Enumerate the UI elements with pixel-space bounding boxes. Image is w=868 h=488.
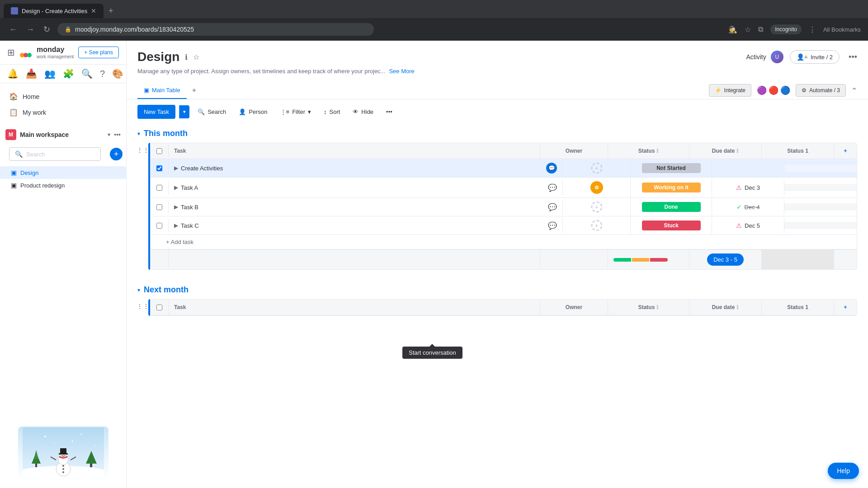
board-item-design[interactable]: ▣ Design: [0, 166, 126, 179]
tab-main-table[interactable]: ▣ Main Table: [137, 82, 187, 99]
menu-icon[interactable]: ⋮: [809, 25, 816, 34]
reload-button[interactable]: ↻: [42, 23, 52, 36]
new-task-button[interactable]: New Task: [137, 105, 175, 119]
invite-button[interactable]: 👤+ Invite / 2: [790, 50, 840, 64]
workspace-header[interactable]: M Main workspace ▾ •••: [0, 126, 126, 144]
help-button[interactable]: Help: [828, 463, 859, 479]
status-cell-task-a[interactable]: Working on it: [631, 179, 712, 196]
row-checkbox-task-b[interactable]: [156, 204, 162, 210]
see-plans-button[interactable]: + See plans: [78, 47, 119, 58]
notification-icon[interactable]: 🔔: [7, 68, 19, 79]
duedate-info-icon[interactable]: ℹ: [736, 148, 739, 154]
browser-tab[interactable]: Design - Create Activities ✕: [4, 4, 104, 18]
people-icon[interactable]: 👥: [44, 68, 56, 79]
search-button[interactable]: 🔍 Search: [193, 106, 231, 118]
status-cell-create-activities[interactable]: Not Started: [631, 160, 712, 177]
person-icon: 👤: [239, 108, 246, 115]
task-column-label: Task: [174, 148, 186, 154]
filter-button[interactable]: ⋮≡ Filter ▾: [276, 106, 316, 118]
star-icon[interactable]: ☆: [193, 53, 199, 61]
row-expand-icon-a[interactable]: ▶: [174, 184, 178, 191]
back-button[interactable]: ←: [7, 23, 19, 36]
add-update-icon-c[interactable]: 💬: [548, 221, 557, 230]
column-add-button[interactable]: +: [834, 143, 857, 159]
my-work-label: My work: [23, 109, 46, 116]
task-cell-create-activities: ▶ Create Activities 💬: [169, 159, 563, 177]
conversation-icon[interactable]: 💬: [546, 163, 557, 174]
workspace-icon: M: [5, 129, 16, 140]
group-toggle-next-month[interactable]: ▾: [137, 287, 140, 293]
start-conversation-tooltip: Start conversation: [402, 347, 462, 359]
next-month-select-all[interactable]: [156, 305, 162, 310]
next-month-col-add[interactable]: +: [834, 300, 857, 315]
address-bar[interactable]: 🔒 moodjoy.monday.com/boards/1830420525: [57, 23, 374, 36]
group-next-month-dots-icon[interactable]: ⋮⋮: [137, 303, 149, 310]
apps-grid-icon[interactable]: ⊞: [7, 47, 15, 58]
sidebar-search-bar[interactable]: 🔍 Search: [9, 147, 101, 161]
new-task-dropdown-button[interactable]: ▾: [179, 105, 189, 118]
extension-icon[interactable]: ⧉: [758, 25, 763, 33]
row-checkbox-create-activities[interactable]: [156, 165, 162, 171]
row-checkbox-task-c[interactable]: [156, 223, 162, 229]
column-status: Status ℹ: [608, 143, 689, 159]
sort-button[interactable]: ↕ Sort: [319, 106, 344, 118]
status1-cell-task-b: [784, 203, 857, 211]
more-options-icon[interactable]: •••: [849, 52, 857, 62]
svg-point-26: [71, 441, 73, 442]
group-title-next-month[interactable]: Next month: [144, 285, 189, 295]
row-expand-icon-c[interactable]: ▶: [174, 222, 178, 229]
status-badge-stuck: Stuck: [642, 221, 701, 230]
collapse-icon[interactable]: ⌃: [851, 86, 857, 95]
search-icon[interactable]: 🔍: [81, 68, 93, 79]
workspace-dots-icon[interactable]: •••: [114, 131, 121, 138]
select-all-checkbox[interactable]: [156, 148, 162, 154]
integrate-button[interactable]: ⚡ Integrate: [709, 84, 751, 97]
sidebar-item-home[interactable]: 🏠 Home: [4, 89, 123, 104]
help-icon[interactable]: ?: [100, 69, 105, 79]
next-month-status-info-icon[interactable]: ℹ: [656, 304, 659, 310]
sort-label: Sort: [330, 108, 340, 115]
group-dots-icon[interactable]: ⋮⋮: [137, 146, 149, 154]
see-more-link[interactable]: See More: [389, 68, 414, 75]
more-toolbar-button[interactable]: •••: [382, 106, 397, 118]
sidebar-item-my-work[interactable]: 📋 My work: [4, 104, 123, 120]
group-title-this-month[interactable]: This month: [144, 129, 188, 138]
page-title: Design: [137, 50, 179, 64]
add-update-icon-b[interactable]: 💬: [548, 203, 557, 211]
board-icon-design: ▣: [11, 169, 17, 176]
done-icon-b: ✓: [736, 203, 742, 211]
tab-add-button[interactable]: +: [189, 82, 200, 99]
inbox-icon[interactable]: 📥: [26, 68, 37, 79]
add-person-icon[interactable]: +: [591, 163, 602, 174]
new-tab-button[interactable]: +: [104, 4, 118, 18]
info-icon[interactable]: ℹ: [185, 53, 188, 61]
next-month-duedate-info-icon[interactable]: ℹ: [736, 304, 739, 310]
column-owner: Owner: [540, 143, 608, 159]
status-info-icon[interactable]: ℹ: [656, 148, 659, 154]
apps-icon[interactable]: 🧩: [63, 68, 74, 79]
add-person-icon-c[interactable]: +: [591, 220, 602, 231]
forward-button[interactable]: →: [24, 23, 36, 36]
palette-icon[interactable]: 🎨: [112, 68, 123, 79]
hide-button[interactable]: 👁 Hide: [348, 106, 378, 118]
home-icon: 🏠: [9, 92, 18, 101]
close-tab-icon[interactable]: ✕: [91, 7, 96, 14]
activity-section[interactable]: Activity U: [746, 50, 784, 64]
row-checkbox-task-a[interactable]: [156, 185, 162, 191]
board-item-product-redesign[interactable]: ▣ Product redesign: [0, 179, 126, 192]
add-person-icon-b[interactable]: +: [591, 202, 602, 212]
monday-logo-svg: [19, 45, 33, 60]
person-button[interactable]: 👤 Person: [234, 106, 272, 118]
add-update-icon-a[interactable]: 💬: [548, 183, 557, 192]
duedate-cell-task-b: ✓ Dec 4: [712, 200, 784, 214]
status-cell-task-c[interactable]: Stuck: [631, 217, 712, 234]
row-expand-icon-b[interactable]: ▶: [174, 204, 178, 210]
status-cell-task-b[interactable]: Done: [631, 198, 712, 216]
row-expand-icon[interactable]: ▶: [174, 165, 178, 171]
add-board-button[interactable]: +: [110, 148, 123, 160]
star-icon[interactable]: ☆: [745, 25, 751, 34]
add-task-row[interactable]: + Add task: [151, 235, 857, 249]
svg-point-2: [27, 53, 32, 57]
automate-button[interactable]: ⚙ Automate / 3: [796, 84, 846, 97]
group-toggle-this-month[interactable]: ▾: [137, 131, 140, 137]
